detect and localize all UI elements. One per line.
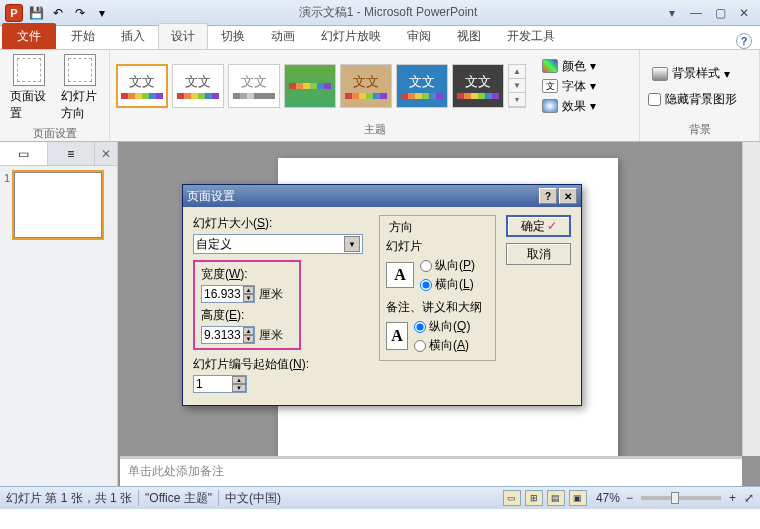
theme-thumb-2[interactable]: 文文 [172, 64, 224, 108]
vertical-scrollbar[interactable] [742, 142, 760, 456]
background-styles-button[interactable]: 背景样式▾ [648, 64, 734, 83]
theme-thumb-3[interactable]: 文文 [228, 64, 280, 108]
tab-home[interactable]: 开始 [58, 23, 108, 49]
spin-up-icon[interactable]: ▲ [243, 327, 254, 335]
theme-effects-button[interactable]: 效果▾ [538, 97, 600, 116]
group-label-page-setup: 页面设置 [6, 124, 103, 143]
page-setup-dialog: 页面设置 ? ✕ 幻灯片大小(S): 自定义 ▼ 宽度(W): 16.933 ▲… [182, 184, 582, 406]
orient-landscape-icon: A [386, 262, 414, 288]
minimize-icon[interactable]: — [688, 6, 704, 20]
colors-icon [542, 59, 558, 73]
effects-icon [542, 99, 558, 113]
theme-thumb-6[interactable]: 文文 [396, 64, 448, 108]
tab-slideshow[interactable]: 幻灯片放映 [308, 23, 394, 49]
window-title: 演示文稿1 - Microsoft PowerPoint [112, 4, 664, 21]
numbering-value: 1 [194, 376, 232, 392]
bg-styles-icon [652, 67, 668, 81]
numbering-label: 幻灯片编号起始值(N): [193, 356, 369, 373]
orientation-fieldset: 方向 幻灯片 A 纵向(P) 横向(L) 备注、讲义和大纲 A 纵向(Q) 横向… [379, 215, 496, 361]
slide-size-label: 幻灯片大小(S): [193, 215, 369, 232]
tab-view[interactable]: 视图 [444, 23, 494, 49]
zoom-in-button[interactable]: + [729, 491, 736, 505]
spin-up-icon[interactable]: ▲ [243, 286, 254, 294]
maximize-icon[interactable]: ▢ [712, 6, 728, 20]
app-icon[interactable]: P [4, 3, 24, 23]
dialog-titlebar[interactable]: 页面设置 ? ✕ [183, 185, 581, 207]
slides-orient-label: 幻灯片 [386, 238, 489, 255]
outline-tab-icon: ≡ [67, 147, 74, 161]
cancel-button[interactable]: 取消 [506, 243, 571, 265]
group-page-setup: 页面设置 幻灯片方向 页面设置 [0, 50, 110, 141]
slides-landscape-radio[interactable]: 横向(L) [420, 276, 475, 293]
direction-legend: 方向 [386, 219, 416, 236]
tab-developer[interactable]: 开发工具 [494, 23, 568, 49]
slide-size-select[interactable]: 自定义 ▼ [193, 234, 363, 254]
group-label-background: 背景 [648, 120, 751, 139]
orientation-label: 幻灯片方向 [61, 88, 100, 122]
status-slide-info: 幻灯片 第 1 张，共 1 张 [6, 490, 132, 507]
theme-colors-button[interactable]: 颜色▾ [538, 57, 600, 76]
tab-file[interactable]: 文件 [2, 23, 56, 49]
page-setup-button[interactable]: 页面设置 [6, 52, 53, 124]
dialog-close-icon[interactable]: ✕ [559, 188, 577, 204]
thumbnails-tab-outline[interactable]: ≡ [48, 142, 96, 165]
slides-tab-icon: ▭ [18, 147, 29, 161]
statusbar: 幻灯片 第 1 张，共 1 张 "Office 主题" 中文(中国) ▭ ⊞ ▤… [0, 486, 760, 509]
numbering-spinner[interactable]: 1 ▲▼ [193, 375, 247, 393]
notes-portrait-radio[interactable]: 纵向(Q) [414, 318, 470, 335]
tab-design[interactable]: 设计 [158, 23, 208, 49]
undo-icon[interactable]: ↶ [48, 3, 68, 23]
slides-portrait-radio[interactable]: 纵向(P) [420, 257, 475, 274]
thumbnails-close-icon[interactable]: ✕ [95, 142, 117, 165]
quick-access-toolbar: P 💾 ↶ ↷ ▾ [4, 3, 112, 23]
spin-down-icon[interactable]: ▼ [243, 294, 254, 302]
view-sorter-button[interactable]: ⊞ [525, 490, 543, 506]
dialog-title: 页面设置 [187, 188, 537, 205]
zoom-out-button[interactable]: − [626, 491, 633, 505]
theme-gallery-nav[interactable]: ▲▼▾ [508, 64, 526, 108]
orient-portrait-icon: A [386, 322, 408, 350]
status-zoom-value[interactable]: 47% [596, 491, 620, 505]
view-normal-button[interactable]: ▭ [503, 490, 521, 506]
tab-insert[interactable]: 插入 [108, 23, 158, 49]
redo-icon[interactable]: ↷ [70, 3, 90, 23]
spin-down-icon[interactable]: ▼ [243, 335, 254, 343]
ribbon: 页面设置 幻灯片方向 页面设置 文文 文文 文文 文文 文文 文文 ▲▼▾ 颜色… [0, 50, 760, 142]
width-spinner[interactable]: 16.933 ▲▼ [201, 285, 255, 303]
theme-thumb-7[interactable]: 文文 [452, 64, 504, 108]
group-background: 背景样式▾ 隐藏背景图形 背景 [640, 50, 760, 141]
hide-bg-graphics-checkbox[interactable]: 隐藏背景图形 [648, 91, 737, 108]
theme-thumb-5[interactable]: 文文 [340, 64, 392, 108]
slide-orientation-button[interactable]: 幻灯片方向 [57, 52, 104, 124]
theme-fonts-button[interactable]: 文字体▾ [538, 77, 600, 96]
zoom-slider[interactable] [641, 496, 721, 500]
width-label: 宽度(W): [201, 266, 293, 283]
spin-down-icon[interactable]: ▼ [232, 384, 246, 392]
theme-thumb-1[interactable]: 文文 [116, 64, 168, 108]
dialog-help-icon[interactable]: ? [539, 188, 557, 204]
help-icon[interactable]: ? [736, 33, 752, 49]
notes-landscape-radio[interactable]: 横向(A) [414, 337, 470, 354]
qat-customize-icon[interactable]: ▾ [92, 3, 112, 23]
group-themes: 文文 文文 文文 文文 文文 文文 ▲▼▾ 颜色▾ 文字体▾ 效果▾ 主题 [110, 50, 640, 141]
save-icon[interactable]: 💾 [26, 3, 46, 23]
thumb-preview [14, 172, 102, 238]
ribbon-minimize-icon[interactable]: ▾ [664, 6, 680, 20]
view-reading-button[interactable]: ▤ [547, 490, 565, 506]
thumbnails-tab-slides[interactable]: ▭ [0, 142, 48, 165]
tab-animations[interactable]: 动画 [258, 23, 308, 49]
tab-review[interactable]: 审阅 [394, 23, 444, 49]
slide-size-value: 自定义 [196, 236, 344, 253]
status-language[interactable]: 中文(中国) [225, 490, 281, 507]
spin-up-icon[interactable]: ▲ [232, 376, 246, 384]
height-spinner[interactable]: 9.3133 ▲▼ [201, 326, 255, 344]
tab-transitions[interactable]: 切换 [208, 23, 258, 49]
close-icon[interactable]: ✕ [736, 6, 752, 20]
theme-thumb-4[interactable] [284, 64, 336, 108]
view-slideshow-button[interactable]: ▣ [569, 490, 587, 506]
slide-thumbnails-panel: ▭ ≡ ✕ 1 [0, 142, 118, 486]
notes-pane[interactable]: 单击此处添加备注 [120, 456, 742, 486]
fit-to-window-button[interactable]: ⤢ [744, 491, 754, 505]
slide-thumbnail-1[interactable]: 1 [0, 166, 117, 244]
ok-button[interactable]: 确定✓ [506, 215, 571, 237]
